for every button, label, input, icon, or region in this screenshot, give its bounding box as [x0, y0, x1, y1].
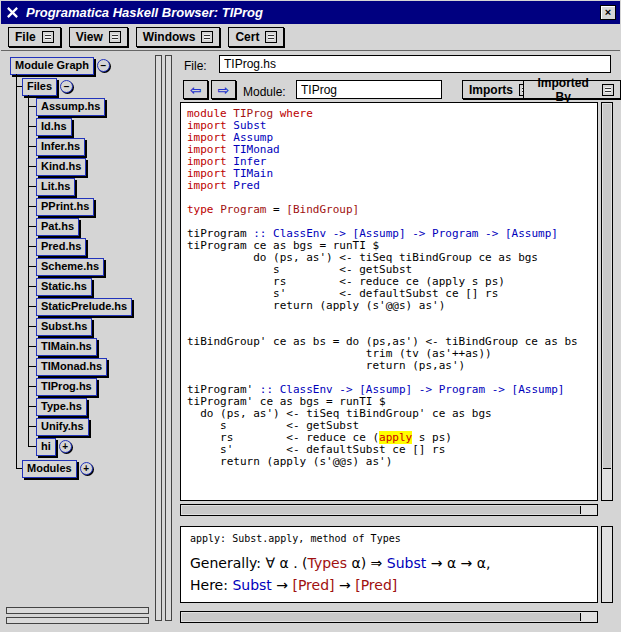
tree-node-modules-toggle[interactable]: +	[80, 462, 93, 475]
info-panel: apply: Subst.apply, method of TypesGener…	[180, 526, 598, 603]
info-token: Types	[308, 555, 347, 571]
tree-node-module-graph[interactable]: Module Graph	[10, 57, 94, 75]
tree-connector-line	[28, 326, 36, 327]
tree-connector-line	[28, 226, 36, 227]
tree-node-id-hs-row: Id.hs	[36, 118, 72, 135]
tree-node-modules[interactable]: Modules	[22, 460, 77, 478]
code-horizontal-scrollbar-thumb[interactable]	[182, 506, 581, 514]
info-horizontal-scrollbar[interactable]	[180, 611, 598, 623]
tree-connector-line	[28, 206, 36, 207]
code-token: Pred	[233, 179, 260, 192]
code-line	[187, 312, 597, 324]
tree-node-pat-hs[interactable]: Pat.hs	[36, 218, 79, 236]
info-line-signature: apply: Subst.apply, method of Types	[190, 533, 588, 545]
tree-node-assump-hs[interactable]: Assump.hs	[36, 98, 105, 116]
tree-node-timonad-hs[interactable]: TIMonad.hs	[36, 358, 107, 376]
info-horizontal-scrollbar-thumb[interactable]	[182, 613, 581, 621]
tree-node-infer-hs[interactable]: Infer.hs	[36, 138, 85, 156]
tree-node-hi-toggle[interactable]: +	[59, 440, 72, 453]
code-vertical-scrollbar-thumb[interactable]	[603, 104, 611, 469]
code-token: return (ps,as')	[187, 359, 465, 372]
tree-node-lit-hs[interactable]: Lit.hs	[36, 178, 75, 196]
info-token: apply: Subst.apply, method of Types	[190, 533, 401, 544]
menu-label: Windows	[143, 30, 196, 44]
imported-by-dropdown-icon	[602, 84, 614, 96]
tree-node-pprint-hs[interactable]: PPrint.hs	[36, 198, 94, 216]
tree-horizontal-scrollbar[interactable]	[6, 607, 149, 614]
tree-node-kind-hs[interactable]: Kind.hs	[36, 158, 86, 176]
tree-connector-line	[28, 346, 36, 347]
tree-node-id-hs[interactable]: Id.hs	[36, 118, 72, 136]
tree-node-module-graph-toggle[interactable]: −	[97, 59, 110, 72]
tree-node-subst-hs[interactable]: Subst.hs	[36, 318, 92, 336]
tree-node-files[interactable]: Files	[22, 78, 57, 96]
imports-label: Imports	[469, 83, 513, 97]
tree-connector-line	[28, 366, 36, 367]
info-token: →	[335, 577, 356, 593]
tree-node-lit-hs-row: Lit.hs	[36, 178, 75, 195]
back-button[interactable]: ⇦	[183, 80, 208, 99]
tree-connector-line	[16, 468, 22, 469]
tree-connector-line	[28, 186, 36, 187]
tree-vertical-scrollbar[interactable]	[155, 55, 162, 621]
tree-node-static-hs-row: Static.hs	[36, 278, 92, 295]
close-button[interactable]: ×	[600, 5, 616, 20]
code-token: [BindGroup]	[286, 203, 359, 216]
tree-node-static-hs[interactable]: Static.hs	[36, 278, 92, 296]
tree-node-unify-hs-row: Unify.hs	[36, 418, 89, 435]
tree-node-assump-hs-row: Assump.hs	[36, 98, 105, 115]
tree-connector-line	[28, 386, 36, 387]
code-vertical-scrollbar[interactable]	[601, 102, 613, 501]
tree-connector-line	[28, 146, 36, 147]
panel-divider[interactable]	[165, 55, 172, 621]
tree-node-scheme-hs[interactable]: Scheme.hs	[36, 258, 104, 276]
forward-arrow-icon: ⇨	[218, 83, 230, 97]
menu-button-view[interactable]: View	[69, 27, 128, 47]
tree-horizontal-scrollbar-2[interactable]	[6, 617, 149, 624]
tree-node-files-toggle[interactable]: −	[60, 80, 73, 93]
tree-node-pred-hs-row: Pred.hs	[36, 238, 86, 255]
tree-connector-line	[28, 446, 36, 447]
tree-node-hi[interactable]: hi	[36, 438, 56, 456]
tree-node-subst-hs-row: Subst.hs	[36, 318, 92, 335]
menu-button-windows[interactable]: Windows	[136, 27, 221, 47]
tree-node-modules-row: Modules+	[22, 460, 93, 477]
imported-by-label: Imported By	[530, 76, 596, 104]
code-view[interactable]: module TIProg whereimport Substimport As…	[180, 102, 598, 501]
info-token: [Pred]	[355, 577, 397, 593]
code-token: type	[187, 203, 220, 216]
info-token: α) ⇒	[347, 555, 387, 571]
info-token: → α → α,	[426, 555, 490, 571]
back-arrow-icon: ⇦	[190, 83, 202, 97]
file-label: File:	[184, 59, 207, 73]
tree-node-unify-hs[interactable]: Unify.hs	[36, 418, 89, 436]
code-line: return (ps,as')	[187, 360, 597, 372]
imported-by-button[interactable]: Imported By	[523, 80, 621, 99]
tree-connector-line	[28, 306, 36, 307]
tree-node-staticprelude-hs[interactable]: StaticPrelude.hs	[36, 298, 132, 316]
module-input[interactable]	[296, 80, 442, 99]
menu-button-cert[interactable]: Cert	[228, 27, 284, 47]
window-title: Programatica Haskell Browser: TIProg	[26, 5, 594, 20]
code-horizontal-scrollbar[interactable]	[180, 504, 598, 516]
tree-node-timain-hs-row: TIMain.hs	[36, 338, 97, 355]
tree-node-scheme-hs-row: Scheme.hs	[36, 258, 104, 275]
tree-connector-line	[28, 106, 36, 107]
forward-button[interactable]: ⇨	[211, 80, 236, 99]
info-token: [Pred]	[292, 577, 334, 593]
tree-connector-line	[16, 74, 17, 468]
tree-node-tiprog-hs[interactable]: TIProg.hs	[36, 378, 97, 396]
tree-node-files-row: Files−	[22, 78, 73, 95]
tree-node-staticprelude-hs-row: StaticPrelude.hs	[36, 298, 132, 315]
tree-connector-line	[28, 286, 36, 287]
menu-button-file[interactable]: File	[8, 27, 61, 47]
tree-node-timain-hs[interactable]: TIMain.hs	[36, 338, 97, 356]
tree-node-type-hs[interactable]: Type.hs	[36, 398, 87, 416]
file-input[interactable]	[219, 55, 611, 73]
tree-node-pat-hs-row: Pat.hs	[36, 218, 79, 235]
titlebar[interactable]: Programatica Haskell Browser: TIProg ×	[1, 1, 620, 24]
info-vertical-scrollbar[interactable]	[601, 526, 613, 603]
menu-label: File	[15, 30, 36, 44]
code-token: =	[266, 203, 286, 216]
tree-node-pred-hs[interactable]: Pred.hs	[36, 238, 86, 256]
